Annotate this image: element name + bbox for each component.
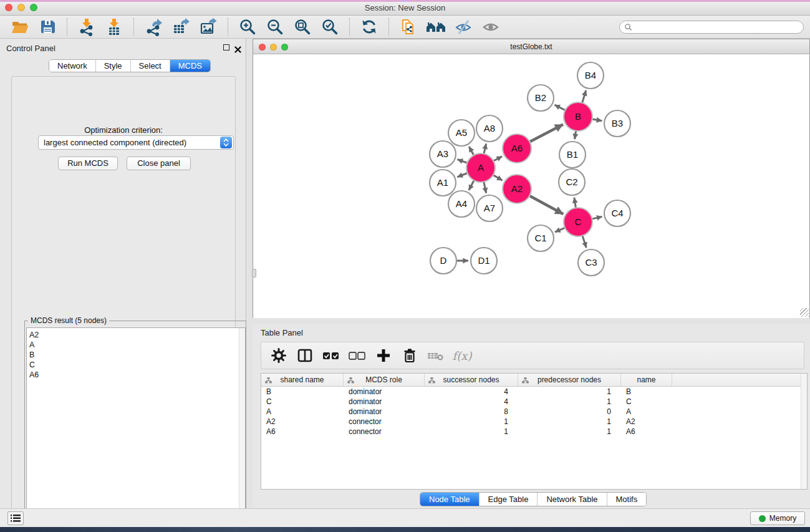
network-canvas[interactable]: B4B2BB3A8A5A6B1A3AA1C2A2A4A7C4CC1C3DD1 — [253, 54, 809, 318]
import-table-button[interactable] — [102, 17, 127, 37]
refresh-view-button[interactable] — [357, 17, 382, 37]
graph-node-B3[interactable]: B3 — [604, 110, 630, 137]
graph-node-B4[interactable]: B4 — [577, 62, 604, 89]
zoom-out-button[interactable] — [263, 17, 287, 37]
run-mcds-button[interactable]: Run MCDS — [58, 157, 118, 170]
graph-node-C3[interactable]: C3 — [578, 249, 604, 276]
table-row[interactable]: Bdominator41B — [261, 387, 807, 397]
table-cell[interactable]: A2 — [621, 417, 672, 427]
export-image-button[interactable] — [196, 17, 221, 37]
toggle-panels-button[interactable] — [294, 345, 316, 366]
graph-node-D1[interactable]: D1 — [471, 248, 497, 274]
add-column-button[interactable] — [372, 345, 395, 366]
table-cell[interactable]: 1 — [518, 427, 621, 437]
graph-node-A4[interactable]: A4 — [448, 191, 475, 217]
delete-column-button[interactable] — [398, 345, 421, 366]
table-cell[interactable]: connector — [344, 417, 425, 427]
table-cell[interactable]: connector — [344, 427, 425, 437]
close-panel-button[interactable]: Close panel — [127, 157, 191, 170]
tab-network-table[interactable]: Network Table — [538, 493, 607, 506]
table-cell[interactable]: A6 — [261, 427, 344, 437]
deselect-all-button[interactable] — [346, 345, 369, 366]
optimization-criterion-dropdown[interactable]: largest connected component (directed) — [38, 135, 234, 150]
table-row[interactable]: Cdominator41C — [261, 397, 807, 407]
window-resize-grip[interactable] — [800, 308, 809, 317]
graph-node-B2[interactable]: B2 — [528, 85, 554, 111]
tab-style[interactable]: Style — [96, 60, 131, 72]
zoom-fit-button[interactable] — [290, 17, 315, 37]
table-row[interactable]: A6connector11A6 — [261, 427, 807, 437]
result-list-item[interactable]: A2 — [29, 330, 245, 340]
table-cell[interactable]: dominator — [344, 387, 425, 397]
result-list-item[interactable]: A6 — [29, 370, 245, 380]
graph-edge-A2-C[interactable] — [528, 195, 564, 214]
graph-edge-A6-B[interactable] — [528, 125, 563, 143]
column-header-name[interactable]: name — [621, 374, 672, 386]
graph-node-A8[interactable]: A8 — [476, 115, 503, 142]
table-cell[interactable]: A2 — [261, 417, 344, 427]
table-cell[interactable]: A — [621, 407, 672, 417]
table-cell[interactable]: C — [621, 397, 672, 407]
tab-network[interactable]: Network — [49, 60, 96, 72]
graph-node-A6[interactable]: A6 — [503, 134, 531, 163]
graph-node-C[interactable]: C — [564, 208, 592, 236]
table-cell[interactable]: B — [261, 387, 344, 397]
table-cell[interactable]: B — [621, 387, 672, 397]
result-list-scrollbar[interactable] — [239, 328, 245, 532]
column-header-MCDS-role[interactable]: MCDS role — [344, 374, 425, 386]
graph-node-A7[interactable]: A7 — [476, 195, 503, 221]
graph-node-C1[interactable]: C1 — [528, 225, 554, 251]
graph-node-A2[interactable]: A2 — [503, 175, 531, 203]
graph-node-D[interactable]: D — [430, 248, 456, 274]
table-cell[interactable]: 4 — [425, 387, 518, 397]
float-panel-icon[interactable] — [223, 44, 231, 52]
table-cell[interactable]: 4 — [425, 397, 518, 407]
result-list-item[interactable]: A — [29, 340, 245, 350]
table-cell[interactable]: 1 — [425, 427, 518, 437]
show-log-button[interactable] — [7, 511, 24, 525]
open-session-button[interactable] — [7, 17, 32, 37]
table-row[interactable]: Adominator80A — [261, 407, 807, 417]
memory-button[interactable]: Memory — [750, 511, 805, 525]
table-cell[interactable]: 1 — [425, 417, 518, 427]
export-network-button[interactable] — [141, 17, 166, 37]
clone-network-button[interactable] — [396, 17, 421, 37]
show-graphics-details-button[interactable] — [478, 17, 503, 37]
table-settings-button[interactable] — [268, 345, 290, 366]
table-row[interactable]: A2connector11A2 — [261, 417, 807, 427]
zoom-in-button[interactable] — [235, 17, 260, 37]
zoom-selected-button[interactable] — [317, 17, 342, 37]
first-neighbors-button[interactable] — [423, 17, 448, 37]
tab-node-table[interactable]: Node Table — [420, 493, 480, 506]
tab-edge-table[interactable]: Edge Table — [480, 493, 538, 506]
graph-node-C2[interactable]: C2 — [559, 169, 585, 195]
result-list-item[interactable]: C — [29, 360, 245, 370]
table-cell[interactable]: 1 — [518, 417, 621, 427]
column-header-successor-nodes[interactable]: successor nodes — [425, 374, 518, 386]
search-input[interactable] — [632, 22, 803, 32]
column-header-shared-name[interactable]: shared name — [261, 374, 344, 386]
hide-graphics-details-button[interactable] — [451, 17, 476, 37]
graph-node-A3[interactable]: A3 — [430, 141, 456, 167]
column-header-predecessor-nodes[interactable]: predecessor nodes — [518, 374, 621, 386]
export-table-button[interactable] — [168, 17, 193, 37]
table-cell[interactable]: 1 — [518, 397, 621, 407]
graph-node-A1[interactable]: A1 — [430, 170, 456, 196]
tab-mcds[interactable]: MCDS — [170, 60, 210, 72]
table-cell[interactable]: 1 — [518, 387, 621, 397]
result-list-item[interactable]: B — [29, 350, 245, 360]
save-session-button[interactable] — [35, 17, 60, 37]
graph-node-C4[interactable]: C4 — [604, 200, 630, 226]
close-panel-icon[interactable] — [234, 44, 242, 52]
table-cell[interactable]: dominator — [344, 407, 425, 417]
table-cell[interactable]: A6 — [621, 427, 672, 437]
graph-node-A5[interactable]: A5 — [448, 120, 475, 146]
table-cell[interactable]: 0 — [518, 407, 621, 417]
table-cell[interactable]: A — [261, 407, 344, 417]
panel-splitter-handle[interactable] — [252, 269, 256, 278]
tab-motifs[interactable]: Motifs — [607, 493, 647, 506]
table-cell[interactable]: dominator — [344, 397, 425, 407]
table-cell[interactable]: 8 — [425, 407, 518, 417]
table-scrollbar[interactable] — [801, 374, 807, 489]
tab-select[interactable]: Select — [131, 60, 170, 72]
